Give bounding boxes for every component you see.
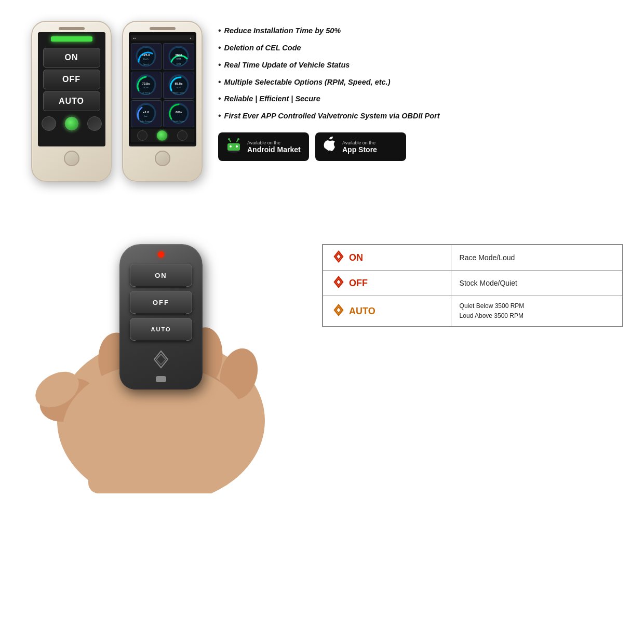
mode-off-icon (331, 276, 346, 290)
phone-1-icon-connect (64, 116, 79, 131)
bullet-5: • (218, 94, 221, 103)
mode-row-on: ON Race Mode/Loud (323, 245, 623, 271)
svg-text:72.5c: 72.5c (142, 82, 151, 85)
apple-available-label: Available on the (342, 140, 377, 145)
svg-text:125.0: 125.0 (142, 53, 151, 57)
phone-1-screen: ON OFF AUTO (38, 32, 105, 146)
mode-auto-icon (331, 304, 346, 318)
phone-1-icon-camera (42, 116, 56, 131)
phone-2: ●● ▲ 125.0 Km/h Speed (122, 21, 203, 182)
mode-row-off: OFF Stock Mode/Quiet (323, 271, 623, 296)
mode-off-cell: OFF (331, 276, 442, 290)
svg-text:Water Temp: Water Temp (173, 91, 184, 94)
gauge-oil-temp: 72.5c °C/°F Oil Temp (131, 72, 162, 99)
feature-item-4: • Multiple Selectable Options (RPM, Spee… (218, 77, 618, 87)
bullet-6: • (218, 111, 221, 120)
svg-point-25 (230, 145, 232, 147)
gauge-turbo: +1.0 bar Turbo Pressure (131, 100, 162, 127)
mode-on-cell: ON (331, 250, 442, 265)
phone-2-bottom-bar (131, 129, 194, 142)
remote-bottom-pin (156, 376, 166, 382)
phone-2-top-bar: ●● ▲ (131, 35, 194, 41)
svg-rect-24 (227, 143, 240, 151)
svg-text:60%: 60% (176, 111, 182, 114)
gauge-rpm: 3600 RPM RPM (163, 43, 194, 70)
phone-1-btn-off: OFF (43, 70, 100, 89)
apple-btn-text: Available on the App Store (342, 140, 377, 154)
feature-text-1: Reduce Installation Time by 50% (224, 26, 341, 36)
remote-btn-auto: AUTO (130, 318, 192, 341)
gauge-throttle: 60% Throttle Position (163, 100, 194, 127)
remote-logo (148, 349, 174, 370)
svg-text:Oil Temp: Oil Temp (142, 91, 150, 94)
mode-on-desc: Race Mode/Loud (460, 253, 515, 262)
remote-key-fob: ON OFF AUTO (119, 244, 203, 390)
remote-led (158, 251, 164, 258)
gauge-water-temp: 85.5c °C/°F Water Temp (163, 72, 194, 99)
bullet-2: • (218, 43, 221, 52)
svg-text:Km/h: Km/h (144, 58, 149, 60)
feature-item-6: • First Ever APP Controlled Valvetronic … (218, 111, 618, 121)
svg-rect-43 (88, 462, 218, 493)
mode-on-icon (331, 250, 346, 265)
mode-off-label: OFF (349, 278, 368, 289)
features-list: • Reduce Installation Time by 50% • Dele… (218, 21, 618, 161)
app-buttons-container: Available on the Android Market Availabl… (218, 132, 618, 161)
phone-1-btn-on: ON (43, 48, 100, 68)
top-section: ON OFF AUTO ●● ▲ (0, 0, 644, 192)
feature-text-6: First Ever APP Controlled Valvetronic Sy… (224, 111, 440, 121)
phone-2-icon-3 (177, 130, 187, 141)
phone-1-screen-content: ON OFF AUTO (38, 32, 105, 135)
svg-text:85.5c: 85.5c (175, 82, 183, 85)
feature-text-2: Deletion of CEL Code (224, 43, 301, 53)
svg-text:RPM: RPM (176, 63, 181, 65)
phones-container: ON OFF AUTO ●● ▲ (31, 21, 203, 182)
svg-text:Speed: Speed (143, 63, 149, 65)
android-btn-text: Available on the Android Market (247, 140, 301, 154)
mode-auto-cell: AUTO (331, 304, 442, 318)
phone-1-icon-settings (87, 116, 102, 131)
bullet-1: • (218, 26, 221, 35)
android-store-label: Android Market (247, 145, 301, 154)
phone-1: ON OFF AUTO (31, 21, 112, 182)
feature-text-5: Reliable | Efficient | Secure (224, 94, 320, 104)
android-market-button[interactable]: Available on the Android Market (218, 132, 309, 161)
svg-text:°C/°F: °C/°F (176, 86, 181, 89)
phone-1-bottom-bar (42, 116, 102, 131)
app-store-button[interactable]: Available on the App Store (315, 132, 406, 161)
feature-item-2: • Deletion of CEL Code (218, 43, 618, 53)
android-icon (225, 137, 242, 157)
gauge-speed: 125.0 Km/h Speed (131, 43, 162, 70)
mode-auto-desc: Quiet Below 3500 RPMLoud Above 3500 RPM (460, 301, 614, 321)
phone-2-icon-1 (137, 130, 147, 141)
svg-text:3600: 3600 (175, 53, 182, 57)
phone-2-icon-2 (157, 130, 167, 141)
svg-text:+1.0: +1.0 (143, 111, 150, 114)
svg-text:Throttle Position: Throttle Position (173, 120, 184, 123)
feature-item-1: • Reduce Installation Time by 50% (218, 26, 618, 36)
mode-on-label: ON (349, 252, 363, 263)
phone-2-screen: ●● ▲ 125.0 Km/h Speed (129, 32, 196, 146)
apple-icon (323, 137, 337, 157)
bullet-4: • (218, 77, 221, 87)
phone-2-home-button (155, 151, 170, 166)
bullet-3: • (218, 60, 221, 70)
svg-text:°C/°F: °C/°F (143, 86, 149, 89)
phone-1-indicator (51, 36, 92, 42)
feature-text-3: Real Time Update of Vehicle Status (224, 60, 350, 70)
apple-store-label: App Store (342, 145, 377, 154)
svg-text:bar: bar (144, 115, 147, 117)
mode-row-auto: AUTO Quiet Below 3500 RPMLoud Above 3500… (323, 296, 623, 327)
remote-btn-off: OFF (130, 291, 192, 314)
phone-1-btn-auto: AUTO (43, 91, 100, 111)
android-available-label: Available on the (247, 140, 301, 145)
feature-item-5: • Reliable | Efficient | Secure (218, 94, 618, 104)
svg-text:RPM: RPM (176, 58, 181, 60)
svg-point-30 (237, 138, 239, 140)
svg-point-29 (228, 138, 230, 140)
phone-2-screen-content: ●● ▲ 125.0 Km/h Speed (129, 32, 196, 144)
feature-text-4: Multiple Selectable Options (RPM, Speed,… (224, 77, 391, 87)
svg-text:Turbo Pressure: Turbo Pressure (140, 120, 152, 123)
remote-btn-on: ON (130, 264, 192, 287)
feature-item-3: • Real Time Update of Vehicle Status (218, 60, 618, 70)
